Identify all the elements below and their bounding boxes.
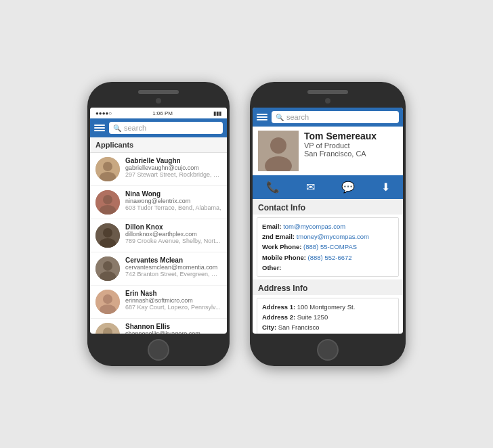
applicant-name: Cervantes Mclean (125, 256, 221, 264)
applicant-address: 297 Stewart Street, Rockbridge, U... (125, 171, 221, 178)
field-value[interactable]: (888) 552-6672 (308, 254, 352, 261)
svg-point-22 (270, 137, 286, 154)
applicant-email: ninawong@elentrix.com (125, 198, 221, 204)
svg-point-13 (103, 294, 112, 304)
left-search-icon: 🔍 (113, 125, 121, 132)
avatar (95, 256, 120, 281)
battery-indicator: ▮▮▮ (213, 110, 221, 116)
left-phone: ●●●●○ 1:06 PM ▮▮▮ 🔍 search Applicants Ga… (87, 82, 230, 366)
svg-point-4 (103, 195, 112, 204)
applicant-address: 742 Branton Street, Evergreen, M... (125, 271, 221, 277)
applicant-info: Nina Wong ninawong@elentrix.com 603 Tudo… (125, 190, 221, 211)
download-action-icon[interactable]: ⬇ (381, 181, 390, 194)
applicants-section-title: Applicants (90, 137, 227, 153)
applicant-email: gabriellevaughn@cujo.com (125, 164, 221, 171)
applicants-list: Gabrielle Vaughn gabriellevaughn@cujo.co… (90, 153, 227, 334)
profile-title: VP of Product (304, 141, 398, 150)
left-search-box[interactable]: 🔍 search (109, 122, 223, 134)
profile-name: Tom Semereaux (304, 131, 398, 141)
right-phone: 🔍 search Tom Semereaux VP of Product San… (250, 82, 406, 366)
address-info-box: Address 1: 100 Montgomery St.Address 2: … (257, 298, 399, 334)
contact-field-row: Email: tom@mycompas.com (262, 221, 393, 231)
applicant-name: Erin Nash (125, 290, 221, 297)
phone-action-icon[interactable]: 📞 (266, 181, 280, 194)
right-menu-icon[interactable] (257, 114, 267, 120)
applicant-item[interactable]: Dillon Knox dillonknox@earthplex.com 789… (90, 219, 227, 252)
applicant-item[interactable]: Cervantes Mclean cervantesmclean@momenti… (90, 252, 227, 286)
right-phone-camera (325, 98, 330, 104)
applicant-info: Dillon Knox dillonknox@earthplex.com 789… (125, 223, 221, 244)
contact-field-row: Work Phone: (888) 55-COMPAS (262, 242, 393, 252)
left-search-text: search (124, 124, 146, 132)
right-home-button[interactable] (317, 339, 339, 361)
applicant-email: dillonknox@earthplex.com (125, 231, 221, 238)
applicant-info: Shannon Ellis shannonellis@kyagoro.com 8… (125, 323, 221, 334)
applicant-info: Erin Nash erinnash@softmicro.com 687 Kay… (125, 290, 221, 311)
right-search-icon: 🔍 (276, 114, 284, 121)
field-label: Email: (262, 223, 282, 230)
field-value[interactable]: tom@mycompas.com (283, 223, 345, 230)
right-search-box[interactable]: 🔍 search (272, 111, 399, 123)
field-label: City: (262, 323, 276, 331)
left-menu-icon[interactable] (94, 125, 105, 131)
left-status-bar: ●●●●○ 1:06 PM ▮▮▮ (90, 108, 227, 118)
applicant-item[interactable]: Gabrielle Vaughn gabriellevaughn@cujo.co… (90, 153, 227, 186)
svg-point-1 (103, 162, 112, 171)
field-value[interactable]: (888) 55-COMPAS (303, 243, 357, 250)
applicant-address: 789 Crooke Avenue, Shelby, Nort... (125, 238, 221, 244)
contact-field-row: 2nd Email: tmoney@mycompas.com (262, 231, 393, 242)
left-phone-camera (156, 98, 161, 104)
contact-field-row: Other: (262, 263, 393, 273)
applicant-item[interactable]: Erin Nash erinnash@softmicro.com 687 Kay… (90, 286, 227, 319)
right-phone-speaker (307, 90, 348, 94)
avatar (95, 190, 120, 215)
applicant-item[interactable]: Nina Wong ninawong@elentrix.com 603 Tudo… (90, 186, 227, 219)
applicant-email: shannonellis@kyagoro.com (125, 330, 221, 334)
field-label: 2nd Email: (262, 233, 295, 240)
address-field-row: Address 1: 100 Montgomery St. (262, 302, 393, 312)
field-label: Mobile Phone: (262, 254, 306, 261)
contact-info-label: Contact Info (253, 199, 403, 215)
field-value: 100 Montgomery St. (297, 303, 356, 311)
field-label: Address 2: (262, 313, 295, 321)
applicant-address: 603 Tudor Terrace, Bend, Alabama, (125, 204, 221, 211)
action-bar: 📞 ✉ 💬 ⬇ (253, 175, 403, 199)
avatar (95, 223, 120, 248)
contact-field-row: Mobile Phone: (888) 552-6672 (262, 252, 393, 263)
applicant-name: Dillon Knox (125, 223, 221, 231)
field-value[interactable]: tmoney@mycompas.com (297, 233, 369, 240)
time-display: 1:06 PM (152, 110, 173, 116)
profile-location: San Francisco, CA (304, 150, 398, 158)
left-phone-screen: ●●●●○ 1:06 PM ▮▮▮ 🔍 search Applicants Ga… (90, 108, 227, 334)
applicant-email: erinnash@softmicro.com (125, 297, 221, 304)
contact-info-box: Email: tom@mycompas.com2nd Email: tmoney… (257, 217, 399, 277)
address-info-label: Address Info (253, 279, 403, 295)
svg-point-7 (103, 228, 112, 238)
field-value: San Francisco (278, 323, 320, 331)
right-phone-screen: 🔍 search Tom Semereaux VP of Product San… (253, 108, 403, 334)
applicant-name: Shannon Ellis (125, 323, 221, 330)
address-field-row: Address 2: Suite 1250 (262, 312, 393, 322)
profile-header: Tom Semereaux VP of Product San Francisc… (253, 127, 403, 175)
email-action-icon[interactable]: ✉ (306, 181, 315, 194)
avatar (95, 290, 120, 314)
field-label: Work Phone: (262, 243, 301, 250)
applicant-item[interactable]: Shannon Ellis shannonellis@kyagoro.com 8… (90, 319, 227, 334)
applicant-address: 687 Kay Court, Lopezo, Pennsylv... (125, 304, 221, 311)
applicant-info: Gabrielle Vaughn gabriellevaughn@cujo.co… (125, 157, 221, 178)
field-value: Suite 1250 (297, 313, 328, 321)
left-header-bar: 🔍 search (90, 118, 227, 137)
avatar (95, 157, 120, 181)
right-header-bar: 🔍 search (253, 108, 403, 127)
applicant-info: Cervantes Mclean cervantesmclean@momenti… (125, 256, 221, 277)
address-field-row: State: CA (262, 333, 393, 334)
left-home-button[interactable] (148, 339, 169, 361)
field-label: Other: (262, 264, 282, 271)
avatar (95, 323, 120, 334)
address-field-row: City: San Francisco (262, 322, 393, 332)
applicant-email: cervantesmclean@momentia.com (125, 264, 221, 271)
profile-photo (258, 131, 299, 171)
left-phone-speaker (138, 90, 179, 94)
svg-point-10 (103, 261, 112, 271)
message-action-icon[interactable]: 💬 (341, 181, 355, 194)
